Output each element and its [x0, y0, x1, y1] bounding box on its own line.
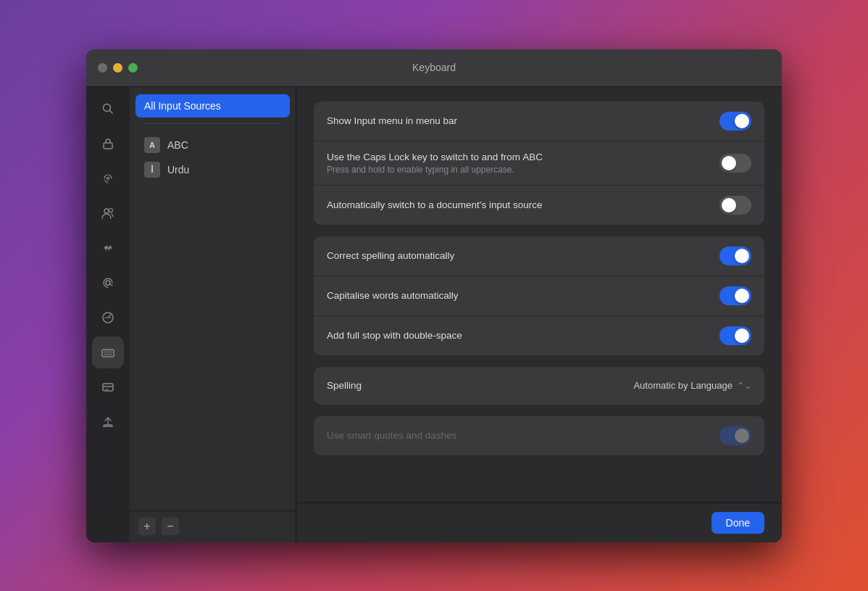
keyboard-window: Keyboard [86, 49, 782, 542]
full-stop-toggle[interactable] [719, 326, 751, 345]
sidebar-icon-search[interactable] [92, 93, 124, 125]
auto-switch-label: Automatically switch to a document's inp… [327, 199, 705, 210]
input-source-settings-group: Show Input menu in menu bar Use the Caps… [314, 102, 764, 225]
add-source-button[interactable]: + [138, 518, 156, 535]
urdu-label: Urdu [167, 164, 189, 175]
sidebar-icons [86, 87, 130, 542]
toggle-thumb [722, 198, 736, 212]
full-stop-label: Add full stop with double-space [327, 330, 705, 341]
urdu-icon: ا [144, 162, 160, 178]
show-input-menu-content: Show Input menu in menu bar [327, 115, 719, 126]
svg-point-3 [109, 208, 113, 212]
smart-quotes-row: Use smart quotes and dashes [314, 416, 764, 455]
svg-rect-5 [102, 350, 114, 357]
auto-switch-toggle[interactable] [719, 196, 751, 215]
sidebar-icon-users[interactable] [92, 197, 124, 229]
correct-spelling-toggle[interactable] [719, 247, 751, 265]
remove-source-button[interactable]: − [162, 518, 179, 535]
sidebar-icon-card[interactable] [92, 371, 124, 403]
correct-spelling-label: Correct spelling automatically [327, 250, 705, 261]
auto-switch-row: Automatically switch to a document's inp… [314, 186, 764, 225]
content-area: All Input Sources A ABC ا Urdu + − [86, 87, 782, 542]
show-input-menu-label: Show Input menu in menu bar [327, 115, 705, 126]
caps-lock-row: Use the Caps Lock key to switch to and f… [314, 141, 764, 186]
abc-icon: A [144, 137, 160, 153]
smart-quotes-group: Use smart quotes and dashes [314, 416, 764, 455]
capitalise-content: Capitalise words automatically [327, 290, 719, 301]
svg-rect-1 [104, 143, 112, 149]
capitalise-label: Capitalise words automatically [327, 290, 705, 301]
toggle-thumb [735, 249, 749, 263]
sidebar-icon-password[interactable] [92, 232, 124, 264]
toggle-thumb [735, 328, 749, 343]
caps-lock-label: Use the Caps Lock key to switch to and f… [327, 152, 705, 162]
sidebar-icon-fingerprint[interactable] [92, 162, 124, 194]
svg-point-4 [106, 281, 110, 285]
capitalise-row: Capitalise words automatically [314, 276, 764, 316]
all-input-sources-item[interactable]: All Input Sources [135, 94, 290, 117]
spelling-row: Spelling Automatic by Language ⌃⌄ [314, 367, 764, 405]
full-stop-content: Add full stop with double-space [327, 330, 719, 341]
smart-quotes-label: Use smart quotes and dashes [327, 430, 705, 441]
maximize-button[interactable] [128, 63, 138, 73]
smart-quotes-content: Use smart quotes and dashes [327, 430, 719, 441]
settings-panel: Show Input menu in menu bar Use the Caps… [296, 87, 782, 503]
window-title: Keyboard [412, 62, 456, 73]
toggle-thumb [735, 289, 749, 303]
capitalise-toggle[interactable] [719, 286, 751, 305]
minimize-button[interactable] [113, 63, 122, 73]
sources-footer: + − [130, 511, 296, 542]
titlebar: Keyboard [86, 49, 782, 87]
done-area: Done [296, 503, 782, 542]
sidebar-icon-lock[interactable] [92, 128, 124, 160]
right-panel: Show Input menu in menu bar Use the Caps… [296, 87, 782, 542]
svg-point-2 [104, 209, 109, 213]
sidebar-icon-share[interactable] [92, 406, 124, 438]
spelling-value: Automatic by Language [633, 380, 733, 391]
sources-divider [144, 123, 281, 124]
toggle-thumb [735, 114, 749, 128]
sidebar-icon-keyboard[interactable] [92, 336, 124, 368]
abc-label: ABC [167, 139, 188, 151]
smart-quotes-toggle[interactable] [719, 426, 751, 445]
caps-lock-sublabel: Press and hold to enable typing in all u… [327, 165, 705, 175]
traffic-lights [98, 63, 138, 73]
show-input-menu-toggle[interactable] [719, 112, 751, 131]
typing-settings-group: Correct spelling automatically Capitalis… [314, 236, 764, 355]
urdu-source-item[interactable]: ا Urdu [135, 157, 290, 182]
toggle-thumb [735, 429, 749, 443]
caps-lock-content: Use the Caps Lock key to switch to and f… [327, 152, 719, 175]
auto-switch-content: Automatically switch to a document's inp… [327, 199, 719, 210]
close-button[interactable] [98, 63, 107, 73]
full-stop-row: Add full stop with double-space [314, 316, 764, 355]
sidebar-icon-color[interactable] [92, 302, 124, 334]
done-button[interactable]: Done [711, 512, 764, 534]
caps-lock-toggle[interactable] [719, 154, 751, 173]
sources-list: All Input Sources A ABC ا Urdu [130, 87, 296, 511]
spelling-label: Spelling [327, 380, 362, 391]
toggle-thumb [722, 156, 736, 170]
correct-spelling-content: Correct spelling automatically [327, 250, 719, 261]
show-input-menu-row: Show Input menu in menu bar [314, 102, 764, 141]
spelling-group: Spelling Automatic by Language ⌃⌄ [314, 367, 764, 405]
dropdown-arrows-icon: ⌃⌄ [737, 381, 751, 391]
sources-panel: All Input Sources A ABC ا Urdu + − [130, 87, 296, 542]
abc-source-item[interactable]: A ABC [135, 133, 290, 157]
sidebar-icon-at[interactable] [92, 267, 124, 299]
correct-spelling-row: Correct spelling automatically [314, 236, 764, 276]
spelling-dropdown[interactable]: Automatic by Language ⌃⌄ [633, 380, 751, 391]
